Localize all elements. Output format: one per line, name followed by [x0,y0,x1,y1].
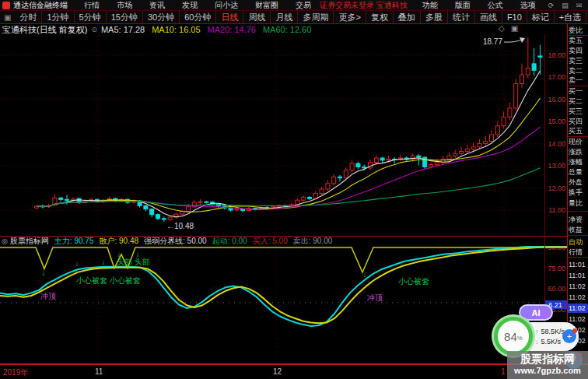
menu-discover[interactable]: 发现 [182,0,198,11]
candle-body [484,142,488,144]
panel-separator [568,235,588,236]
candle-body [387,159,390,160]
btn-adjust[interactable]: 复权 [366,11,394,23]
panel-field-label: 买三 [569,107,583,116]
tab-multi-period[interactable]: 多周期 [298,11,334,23]
auto-mode-label[interactable]: 自动 [569,238,583,247]
ai-assistant-button[interactable]: AI [519,304,553,321]
period-toolbar: ▣ 分时 1分钟 5分钟 15分钟 30分钟 60分钟 日线 周线 月线 多周期… [0,11,588,24]
ma-values: MA5: 17.28MA10: 16.05MA20: 14.76MA60: 12… [101,25,318,34]
candle-body [362,167,366,167]
tab-more[interactable]: 更多> [334,11,366,23]
btn-multi-stock[interactable]: 多股 [421,11,448,23]
btn-add-watchlist[interactable]: +自选 [555,11,586,23]
tab-5min[interactable]: 5分钟 [75,11,107,23]
candle-body [338,177,342,177]
tab-15min[interactable]: 15分钟 [107,11,143,23]
candle-body [198,202,202,202]
candle-body [229,208,233,210]
chart-header: 宝通科技(日线 前复权) ⊙ MA5: 17.28MA10: 16.05MA20… [2,24,318,35]
panel-field-label: 卖五 [569,37,583,45]
assistant-bubble-icon[interactable]: + [562,329,576,343]
candle-body [508,108,512,117]
order-book-panel: 委比卖五卖四卖三卖二卖一买一买二买三买四买五现价涨跌涨幅总量外盘换手量比净资收益… [568,24,588,363]
ma20-label: MA20: 14.76 [208,25,256,34]
btn-f10[interactable]: F10 [502,11,527,23]
tick-time[interactable]: 11:02 [568,304,588,313]
watermark: 股票指标网 www.7gpzb.com [507,351,588,379]
price-annotation: ←10.48 [166,222,194,230]
indicator-line-retail [0,247,568,324]
candle-body [471,147,475,149]
menu-ask[interactable]: 问小达 [215,0,238,11]
price-axis-label: 17.00 [548,73,565,81]
btn-mark[interactable]: 标记 [527,11,555,23]
mobile-icon[interactable]: ▤ [562,2,569,9]
candle-body [162,219,166,219]
health-score-widget[interactable]: 84% [494,317,533,356]
diamond-marker-icon[interactable]: ◇ [499,24,511,33]
gear-icon[interactable]: ⊙ [91,26,97,33]
panel-field-label: 换手 [569,188,583,197]
menu-options[interactable]: 选项 [520,0,536,11]
popup-window-icon[interactable]: ▣ [511,24,524,33]
ma20-line [37,127,540,209]
mail-icon[interactable]: ✉ [576,2,583,9]
tab-weekly[interactable]: 周线 [243,11,271,23]
panel-field-label: 买一 [569,87,583,96]
panel-field-label: 买五 [569,127,583,135]
sell-arrow-icon: ↓ [42,268,46,277]
menu-wealth-circle[interactable]: 财富圈 [255,0,278,11]
tab-1min[interactable]: 1分钟 [42,11,74,23]
candle-body [374,158,378,163]
titlebar: 通达信金融终端 行情 市场 资讯 发现 问小达 财富圈 交易 证券交易未登录 宝… [0,0,588,11]
candle-body [168,217,172,219]
indicator-param: 起动: 0.00 [212,237,247,245]
tick-time[interactable]: 11:02 [569,293,586,302]
candle-body [187,207,191,212]
price-axis-label: 18.00 [548,51,565,59]
tab-timeline[interactable]: 分时 [15,11,42,23]
date-axis: 2019年11121 [0,365,588,379]
indicator-param: 主力: 90.75 [54,237,94,245]
candle-body [302,197,306,200]
tab-60min[interactable]: 60分钟 [180,11,216,23]
candle-body [344,170,348,178]
ma10-label: MA10: 16.05 [152,25,200,34]
sell-arrow-icon: ↓ [102,258,106,266]
panel-separator [568,136,588,137]
candlestick-chart[interactable]: 18.0017.0016.0015.0014.0013.0012.0011.00… [0,35,568,237]
menu-news[interactable]: 资讯 [149,0,165,11]
btn-stats[interactable]: 统计 [448,11,475,23]
btn-overlay[interactable]: 叠加 [394,11,421,23]
menu-formula[interactable]: 公式 [488,0,503,11]
candle-body [235,209,239,210]
candle-body [150,209,154,215]
tab-daily[interactable]: 日线 [216,11,243,23]
menu-functions[interactable]: 功能 [422,0,438,11]
candle-body [532,64,536,71]
tab-30min[interactable]: 30分钟 [143,11,180,23]
signal-label: 小心被套 [398,277,429,286]
btn-draw-line[interactable]: 画线 [475,11,502,23]
indicator-chart[interactable]: 90.0075.0060.0045.00↓↓↓↓↓↓↓冲顶小心被套 小心被套头部… [0,246,568,363]
tick-time[interactable]: 11:02 [569,282,586,291]
candle-body [320,189,324,194]
tab-monthly[interactable]: 月线 [271,11,298,23]
quote-label[interactable]: 行情 [569,248,583,257]
menu-layout[interactable]: 版面 [455,0,471,11]
layout-icon[interactable]: ▣ [4,13,11,22]
tick-time[interactable]: 11:02 [569,314,586,324]
menu-quotes[interactable]: 行情 [84,0,100,11]
menu-market[interactable]: 市场 [117,0,132,11]
menu-trade[interactable]: 交易 [296,0,311,11]
refresh-icon[interactable]: ⟳ [548,2,555,9]
tick-time[interactable]: 11:01 [569,271,586,280]
sell-arrow-icon: ↓ [75,259,79,268]
tick-time[interactable]: 11:01 [569,260,586,269]
candle-body [465,149,469,152]
indicator-param: 买入: 5.00 [253,237,288,245]
panel-field-label: 卖二 [569,67,583,75]
candle-body [478,144,481,147]
panel-field-label: 卖三 [569,57,583,65]
